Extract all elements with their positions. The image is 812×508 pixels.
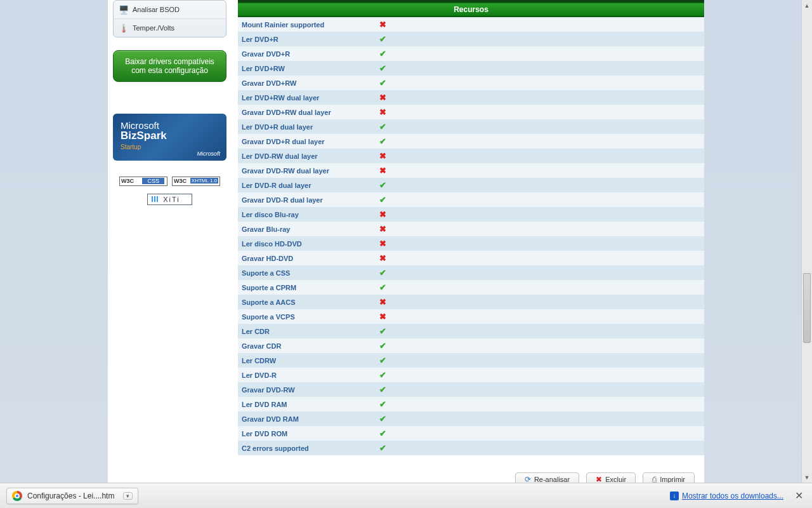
table-row: Suporte a CPRM✔ (238, 280, 704, 295)
feature-value: ✔ (376, 353, 704, 368)
check-icon: ✔ (379, 180, 386, 190)
bizspark-banner[interactable]: Microsoft BizSpark Startup Microsoft (113, 114, 226, 161)
download-arrow-icon: ↓ (670, 491, 679, 500)
feature-value: ✖ (376, 90, 704, 105)
feature-label: Gravar HD-DVD (238, 251, 376, 265)
download-chip[interactable]: Configurações - Lei....htm ▾ (6, 488, 138, 504)
feature-value: ✔ (376, 426, 704, 441)
feature-value: ✖ (376, 251, 704, 265)
feature-value: ✔ (376, 178, 704, 192)
download-drivers-button[interactable]: Baixar drivers compatíveis com esta conf… (113, 50, 226, 82)
bizspark-line3: Startup (121, 144, 219, 150)
feature-label: Mount Rainier supported (238, 17, 376, 32)
feature-label: Ler DVD-RW dual layer (238, 149, 376, 163)
table-row: Ler DVD+R✔ (238, 32, 704, 46)
validation-badges: XiTi (113, 177, 226, 205)
feature-label: Ler DVD+R dual layer (238, 119, 376, 134)
table-row: Suporte a AACS✖ (238, 295, 704, 309)
feature-value: ✖ (376, 295, 704, 309)
feature-label: C2 errors supported (238, 441, 376, 455)
feature-label: Gravar DVD+R dual layer (238, 134, 376, 149)
xiti-badge[interactable]: XiTi (147, 194, 192, 205)
cross-icon: ✖ (379, 107, 386, 117)
show-all-downloads-link[interactable]: ↓ Mostrar todos os downloads... (670, 491, 783, 500)
table-row: Gravar DVD-RW✔ (238, 382, 704, 397)
action-bar: ⟳ Re-analisar ✖ Excluir ⎙ Imprimir (108, 472, 704, 483)
table-section-header: Recursos (238, 3, 704, 17)
check-icon: ✔ (379, 399, 386, 409)
feature-value: ✖ (376, 207, 704, 222)
download-chevron-icon[interactable]: ▾ (123, 492, 133, 500)
scroll-up-arrow[interactable]: ▲ (802, 0, 812, 11)
check-icon: ✔ (379, 414, 386, 424)
table-row: Gravar DVD+RW✔ (238, 76, 704, 90)
feature-value: ✖ (376, 17, 704, 32)
feature-value: ✔ (376, 32, 704, 46)
reanalyze-button[interactable]: ⟳ Re-analisar (515, 472, 579, 483)
feature-value: ✖ (376, 163, 704, 178)
chrome-icon (12, 491, 22, 501)
feature-label: Ler DVD+RW (238, 61, 376, 76)
feature-value: ✔ (376, 61, 704, 76)
check-icon: ✔ (379, 78, 386, 88)
table-row: C2 errors supported✔ (238, 441, 704, 455)
feature-label: Gravar Blu-ray (238, 222, 376, 236)
vertical-scrollbar[interactable]: ▲ ▼ (801, 0, 812, 483)
feature-label: Gravar DVD-RW (238, 382, 376, 397)
print-icon: ⎙ (652, 475, 657, 483)
feature-label: Suporte a CSS (238, 265, 376, 280)
refresh-icon: ⟳ (525, 475, 531, 483)
feature-label: Gravar DVD+RW dual layer (238, 105, 376, 119)
download-drivers-line2: com esta configuração (117, 66, 222, 75)
w3c-xhtml-badge[interactable] (172, 177, 220, 186)
check-icon: ✔ (379, 356, 386, 365)
sidebar-menu-item[interactable]: 🖥️Analisar BSOD (114, 1, 226, 18)
bizspark-line2: BizSpark (121, 130, 219, 142)
scrollbar-thumb[interactable] (803, 273, 811, 343)
table-row: Gravar DVD+RW dual layer✖ (238, 105, 704, 119)
cross-icon: ✖ (379, 151, 386, 161)
check-icon: ✔ (379, 429, 386, 438)
table-row: Gravar DVD RAM✔ (238, 411, 704, 426)
feature-label: Ler DVD+RW dual layer (238, 90, 376, 105)
feature-label: Gravar DVD-R dual layer (238, 192, 376, 207)
table-row: Ler DVD+R dual layer✔ (238, 119, 704, 134)
browser-download-bar: Configurações - Lei....htm ▾ ↓ Mostrar t… (0, 483, 812, 508)
delete-button[interactable]: ✖ Excluir (586, 472, 636, 483)
table-row: Suporte a CSS✔ (238, 265, 704, 280)
download-filename: Configurações - Lei....htm (27, 491, 114, 500)
table-row: Gravar DVD+R✔ (238, 46, 704, 61)
feature-label: Gravar DVD-RW dual layer (238, 163, 376, 178)
check-icon: ✔ (379, 137, 386, 146)
table-row: Ler CDRW✔ (238, 353, 704, 368)
cross-icon: ✖ (379, 253, 386, 263)
w3c-css-badge[interactable] (119, 177, 167, 186)
features-table: Recursos Mount Rainier supported✖Ler DVD… (238, 0, 704, 455)
close-bar-button[interactable]: ✕ (792, 490, 806, 502)
table-row: Suporte a VCPS✖ (238, 309, 704, 324)
table-row: Ler CDR✔ (238, 324, 704, 338)
table-row: Ler DVD RAM✔ (238, 397, 704, 411)
feature-label: Ler DVD-R dual layer (238, 178, 376, 192)
feature-value: ✔ (376, 368, 704, 382)
cross-icon: ✖ (379, 224, 386, 234)
table-row: Ler DVD+RW✔ (238, 61, 704, 76)
feature-value: ✔ (376, 134, 704, 149)
sidebar-menu-item[interactable]: 🌡️Temper./Volts (114, 18, 226, 37)
table-row: Gravar DVD-RW dual layer✖ (238, 163, 704, 178)
table-header-label: Recursos (238, 3, 704, 17)
print-label: Imprimir (660, 476, 685, 483)
feature-value: ✔ (376, 338, 704, 353)
check-icon: ✔ (379, 283, 386, 292)
table-row: Gravar CDR✔ (238, 338, 704, 353)
check-icon: ✔ (379, 49, 386, 58)
feature-value: ✔ (376, 46, 704, 61)
feature-label: Ler DVD ROM (238, 426, 376, 441)
scroll-down-arrow[interactable]: ▼ (802, 472, 812, 483)
table-row: Ler DVD-R dual layer✔ (238, 178, 704, 192)
reanalyze-label: Re-analisar (534, 476, 570, 483)
check-icon: ✔ (379, 370, 386, 380)
print-button[interactable]: ⎙ Imprimir (643, 472, 695, 483)
table-row: Ler DVD ROM✔ (238, 426, 704, 441)
table-row: Ler disco HD-DVD✖ (238, 236, 704, 251)
